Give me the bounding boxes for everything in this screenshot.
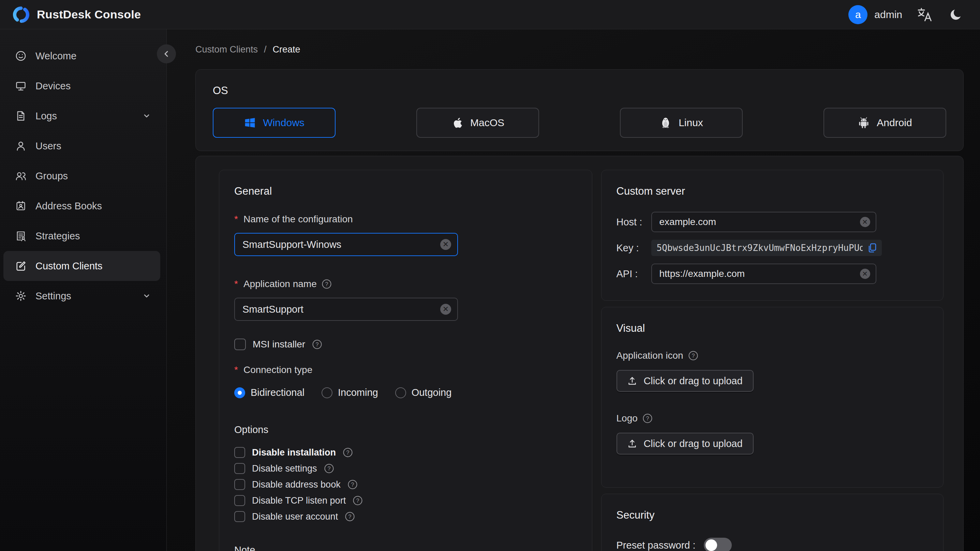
options-title: Options [234,424,577,435]
host-input[interactable] [659,217,860,228]
api-label: API : [617,268,651,280]
os-panel: OS Windows [196,69,964,151]
sidebar-item-settings[interactable]: Settings [3,281,160,311]
api-field: ✕ [651,264,877,284]
clear-icon[interactable]: ✕ [440,239,451,250]
radio-icon [395,387,406,398]
help-icon[interactable]: ? [345,511,355,522]
app-title: RustDesk Console [37,8,141,21]
toggle-knob [705,540,717,551]
sidebar-item-strategies[interactable]: Strategies [3,221,160,251]
option-disable-tcp-listen-port: Disable TCP listen port ? [234,495,577,506]
general-section: General * Name of the configuration ✕ * … [219,170,592,551]
upload-icon [627,376,637,386]
user-menu[interactable]: a admin [848,5,902,24]
sidebar-item-welcome[interactable]: Welcome [3,41,160,71]
note-label: Note [234,545,577,551]
sidebar-item-groups[interactable]: Groups [3,161,160,191]
strategy-icon [15,230,27,242]
logo-upload-button[interactable]: Click or drag to upload [617,433,754,454]
preset-password-label: Preset password : [617,540,695,551]
breadcrumb-separator: / [264,44,267,55]
document-icon [15,110,27,122]
sidebar-item-custom-clients[interactable]: Custom Clients [3,251,160,281]
os-button-macos[interactable]: MacOS [416,108,539,138]
radio-icon [234,387,245,398]
visual-section: Visual Application icon ? Cli [601,307,944,487]
os-title: OS [213,84,946,97]
api-row: API : ✕ [617,264,929,284]
os-button-windows[interactable]: Windows [213,108,336,138]
upload-button-label: Click or drag to upload [643,438,742,449]
breadcrumb-parent[interactable]: Custom Clients [196,44,258,55]
address-book-icon [15,200,27,212]
help-icon[interactable]: ? [353,495,363,506]
clear-icon[interactable]: ✕ [440,304,451,315]
radio-incoming[interactable]: Incoming [321,387,378,398]
os-button-linux[interactable]: Linux [620,108,743,138]
sidebar-item-address-books[interactable]: Address Books [3,191,160,221]
sidebar-item-label: Logs [35,110,57,122]
help-icon[interactable]: ? [324,463,334,474]
sidebar-item-devices[interactable]: Devices [3,71,160,101]
clear-icon[interactable]: ✕ [860,217,870,227]
os-button-android[interactable]: Android [824,108,946,138]
security-section: Security Preset password : [601,494,944,551]
language-icon[interactable] [916,6,934,24]
api-input[interactable] [659,268,860,279]
help-icon[interactable]: ? [343,447,353,457]
help-icon[interactable]: ? [347,479,358,490]
application-icon-upload-button[interactable]: Click or drag to upload [617,370,754,392]
disable-user-account-checkbox[interactable] [234,511,245,522]
key-value: 5Qbwsde3unUcJBtrx9ZkvUmwFNoExHzpryHuPUdq… [657,243,863,253]
logo-label: Logo ? [617,413,929,424]
disable-tcp-listen-port-checkbox[interactable] [234,495,245,506]
preset-password-toggle[interactable] [704,538,732,551]
chevron-down-icon [142,291,151,301]
radio-bidirectional[interactable]: Bidirectional [234,387,304,398]
application-icon-label: Application icon ? [617,350,929,361]
android-icon [858,116,870,129]
upload-button-label: Click or drag to upload [643,376,742,387]
svg-text:?: ? [692,353,695,359]
sidebar-collapse-button[interactable] [157,44,176,64]
host-field: ✕ [651,212,877,232]
app-brand: RustDesk Console [12,6,141,24]
avatar[interactable]: a [848,5,867,24]
msi-installer-row: MSI installer ? [234,339,577,350]
clear-icon[interactable]: ✕ [860,269,870,279]
user-icon [15,140,27,152]
radio-outgoing[interactable]: Outgoing [395,387,452,398]
key-field: 5Qbwsde3unUcJBtrx9ZkvUmwFNoExHzpryHuPUdq… [651,240,882,256]
smiley-icon [15,50,27,62]
sidebar-item-users[interactable]: Users [3,131,160,161]
custom-server-title: Custom server [617,185,929,197]
dark-mode-moon-icon[interactable] [947,6,965,24]
key-label: Key : [617,242,651,254]
config-name-input[interactable] [242,239,440,250]
top-bar: RustDesk Console a admin [0,0,980,29]
host-label: Host : [617,217,651,228]
sidebar-item-label: Settings [35,290,71,302]
svg-text:?: ? [327,466,331,471]
header-actions: a admin [848,5,965,24]
help-icon[interactable]: ? [321,279,332,289]
config-name-field: ✕ [234,233,458,256]
os-button-label: Linux [679,117,703,129]
help-icon[interactable]: ? [688,350,698,361]
disable-settings-checkbox[interactable] [234,463,245,474]
sidebar-item-logs[interactable]: Logs [3,101,160,131]
disable-address-book-checkbox[interactable] [234,479,245,490]
msi-installer-label: MSI installer [253,339,305,350]
disable-installation-checkbox[interactable] [234,447,245,458]
client-form-panel: General * Name of the configuration ✕ * … [196,156,964,551]
app-name-field: ✕ [234,298,458,321]
users-icon [15,170,27,182]
copy-icon[interactable] [867,242,878,253]
help-icon[interactable]: ? [643,413,653,424]
app-name-input[interactable] [242,304,440,315]
gear-icon [15,290,27,302]
help-icon[interactable]: ? [312,339,322,349]
option-disable-user-account: Disable user account ? [234,511,577,522]
msi-installer-checkbox[interactable] [234,339,246,350]
